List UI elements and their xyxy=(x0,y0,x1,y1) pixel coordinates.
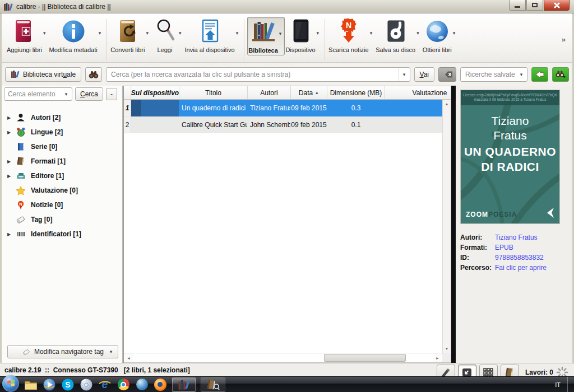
toolbar-get-books[interactable]: Ottieni libri ▾ xyxy=(422,17,459,54)
chevron-down-icon[interactable]: ▾ xyxy=(452,30,458,36)
chevron-down-icon[interactable]: ▾ xyxy=(42,30,48,36)
tag-category-news[interactable]: N Notizie [0] xyxy=(2,198,122,212)
media-player-icon[interactable] xyxy=(43,378,56,391)
horizontal-scrollbar[interactable]: ◄ ► xyxy=(124,353,442,362)
chrome-icon[interactable] xyxy=(117,378,130,391)
expand-arrow-icon[interactable]: ▶ xyxy=(7,159,15,164)
table-row[interactable]: 1 Un quaderno di radici Tiziano Fratus 0… xyxy=(124,100,451,116)
expand-arrow-icon[interactable]: ▶ xyxy=(7,232,15,237)
format-link[interactable]: EPUB xyxy=(495,242,513,253)
taskbar-calibre-active[interactable] xyxy=(172,377,196,392)
column-header-title[interactable]: Titolo xyxy=(179,86,248,99)
tag-category-formats[interactable]: ▶ Formati [1] xyxy=(2,154,122,169)
chevron-down-icon[interactable]: ▾ xyxy=(98,30,104,36)
cell-date: 09 feb 2015 xyxy=(291,116,327,133)
language-indicator[interactable]: IT xyxy=(553,381,563,388)
clear-search-button[interactable] xyxy=(438,67,456,82)
toolbar-add-books[interactable]: Aggiungi libri ▾ xyxy=(6,17,49,54)
tag-category-tags[interactable]: Tag [0] xyxy=(2,212,122,227)
toolbar-label: Leggi xyxy=(157,46,172,53)
taskbar-ebook-viewer[interactable] xyxy=(201,377,225,392)
show-desktop-button[interactable] xyxy=(567,377,572,392)
toolbar-device[interactable]: Dispositivo ▾ xyxy=(285,17,322,54)
saved-searches-combo[interactable]: Ricerche salvate ▾ xyxy=(460,67,527,82)
toolbar-save-to-disk[interactable]: Salva su disco ▾ xyxy=(375,17,422,54)
internet-explorer-icon[interactable]: e xyxy=(98,378,112,391)
tag-category-series[interactable]: Serie [0] xyxy=(2,139,122,154)
chevron-down-icon[interactable]: ▾ xyxy=(61,88,72,100)
toolbar-view-book[interactable]: Leggi ▾ xyxy=(151,17,184,54)
toolbar-send-to-device[interactable]: Invia al dispositivo ▾ xyxy=(184,17,241,54)
toolbar-edit-metadata[interactable]: Modifica metadati ▾ xyxy=(49,17,104,54)
edit-tag-browser-button[interactable]: Modifica navigatore tag ▾ xyxy=(7,345,118,358)
id-link[interactable]: 9788858853832 xyxy=(495,253,544,263)
cell-size: 0.3 xyxy=(327,100,385,116)
tag-find-button[interactable]: Cerca xyxy=(75,87,103,101)
column-header-size[interactable]: Dimensione (MB) xyxy=(327,86,385,99)
table-row[interactable]: 2 Calibre Quick Start Guide John Schembe… xyxy=(124,116,451,133)
table-header: Sul dispositivo Titolo Autori Data ▲ Dim… xyxy=(124,86,451,100)
column-header-authors[interactable]: Autori xyxy=(248,86,291,99)
scroll-up-icon[interactable]: ▲ xyxy=(445,100,449,108)
tag-category-languages[interactable]: ▶ Lingue [2] xyxy=(2,125,122,139)
toolbar-overflow-chevron[interactable]: » xyxy=(556,35,571,44)
chevron-down-icon[interactable]: ▾ xyxy=(415,30,422,36)
minimize-button[interactable] xyxy=(509,0,526,11)
column-header-on-device[interactable]: Sul dispositivo xyxy=(131,86,179,99)
path-link[interactable]: Fai clic per aprire xyxy=(495,263,547,273)
tag-category-rating[interactable]: Valutazione [0] xyxy=(2,183,122,198)
manage-saved-searches-button[interactable] xyxy=(552,67,569,82)
chevron-down-icon[interactable]: ▾ xyxy=(369,30,375,36)
search-go-button[interactable]: Vai xyxy=(414,67,434,82)
toolbar-label: Modifica metadati xyxy=(49,46,98,53)
tag-category-publisher[interactable]: ▶ Editore [1] xyxy=(2,169,122,183)
tag-category-authors[interactable]: ▶ Autori [2] xyxy=(2,110,122,125)
disc-burner-icon[interactable] xyxy=(80,378,93,391)
windows-flag-icon xyxy=(7,380,15,387)
scroll-down-icon[interactable]: ▼ xyxy=(445,344,449,353)
chevron-down-icon[interactable]: ▾ xyxy=(145,30,151,36)
toolbar-label: Salva su disco xyxy=(376,46,415,53)
book-details-fields: Autori: Tiziano Fratus Formati: EPUB ID:… xyxy=(460,232,570,273)
advanced-search-button[interactable] xyxy=(85,67,102,82)
tag-category-identifiers[interactable]: ▶ Identificatori [1] xyxy=(2,227,122,241)
copy-saved-search-button[interactable] xyxy=(531,67,548,82)
tag-filter-input[interactable] xyxy=(4,90,61,98)
chevron-down-icon[interactable]: ▾ xyxy=(178,30,184,36)
scroll-right-icon[interactable]: ► xyxy=(433,353,442,362)
expand-arrow-icon[interactable]: ▶ xyxy=(7,115,15,120)
toolbar-fetch-news[interactable]: N Scarica notizie ▾ xyxy=(328,17,375,54)
tag-collapse-button[interactable]: - xyxy=(106,88,117,100)
firefox-icon[interactable] xyxy=(154,378,167,391)
windows-explorer-icon[interactable] xyxy=(24,378,38,391)
start-button[interactable] xyxy=(2,375,19,392)
skype-icon[interactable]: S xyxy=(61,378,75,391)
column-header-rating[interactable]: Valutazione xyxy=(385,86,451,99)
chevron-down-icon[interactable]: ▾ xyxy=(105,346,117,358)
toolbar-library[interactable]: Biblioteca ▾ xyxy=(247,17,285,55)
search-history-arrow[interactable]: ▾ xyxy=(399,68,410,81)
library-books-icon xyxy=(249,18,278,45)
column-header-date[interactable]: Data ▲ xyxy=(291,86,327,99)
close-button[interactable] xyxy=(544,0,570,11)
games-sphere-icon[interactable] xyxy=(135,378,149,391)
virtual-library-button[interactable]: Biblioteca virtuale xyxy=(5,67,81,82)
expand-arrow-icon[interactable]: ▶ xyxy=(7,174,15,179)
chevron-down-icon[interactable]: ▾ xyxy=(278,31,284,36)
book-cover[interactable]: Licenza edgt-2da8jKa4PsKpFdvgB-NxxhPR3W4… xyxy=(460,90,560,224)
svg-text:S: S xyxy=(65,380,70,389)
jobs-label[interactable]: Lavori: 0 xyxy=(525,368,553,376)
search-input[interactable] xyxy=(107,71,398,78)
chevron-down-icon[interactable]: ▾ xyxy=(516,68,527,81)
expand-arrow-icon[interactable]: ▶ xyxy=(7,130,15,135)
toolbar-convert-books[interactable]: Converti libri ▾ xyxy=(110,17,151,54)
maximize-button[interactable] xyxy=(526,0,543,11)
cover-title: UN QUADERNO DI RADICI xyxy=(461,144,559,174)
chevron-down-icon[interactable]: ▾ xyxy=(316,30,322,36)
authors-link[interactable]: Tiziano Fratus xyxy=(495,232,538,242)
vertical-scrollbar[interactable]: ▲ ▼ xyxy=(442,100,451,353)
scrollbar-thumb[interactable] xyxy=(324,354,406,362)
book-list-table: Sul dispositivo Titolo Autori Data ▲ Dim… xyxy=(123,86,451,363)
chevron-down-icon[interactable]: ▾ xyxy=(235,30,241,36)
scroll-left-icon[interactable]: ◄ xyxy=(124,353,133,362)
